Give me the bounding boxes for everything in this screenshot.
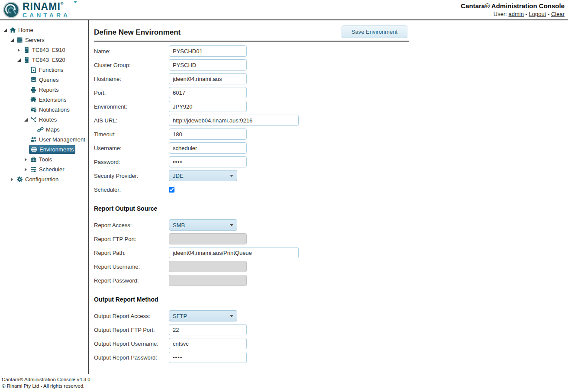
logo-triangle-accent-icon bbox=[74, 1, 77, 5]
sidebar-item-label: Queries bbox=[39, 77, 59, 83]
logo-primary-text: RINAMI bbox=[23, 1, 61, 12]
main-content: Define New Environment Save Environment … bbox=[89, 20, 568, 374]
report-username-label: Report Username: bbox=[94, 263, 169, 270]
server-icon bbox=[23, 47, 31, 54]
form-row: Name: bbox=[94, 44, 409, 58]
tree-collapse-icon[interactable] bbox=[25, 158, 29, 161]
output-report-password-input[interactable] bbox=[169, 352, 247, 363]
sidebar-item-label: Reports bbox=[39, 87, 59, 93]
ais-url-label: AIS URL: bbox=[94, 117, 169, 124]
sidebar-item-user-management[interactable]: User Management bbox=[0, 135, 88, 145]
timeout-label: Timeout: bbox=[94, 131, 169, 138]
output-report-access-label: Output Report Access: bbox=[94, 313, 169, 319]
separator: - bbox=[548, 11, 549, 17]
sidebar-item-queries[interactable]: Queries bbox=[0, 75, 88, 85]
selected-option-label: SFTP bbox=[173, 313, 187, 319]
sidebar-item-label: TC843_E920 bbox=[32, 57, 65, 63]
sidebar-item-label: Home bbox=[18, 27, 33, 33]
environment-input[interactable] bbox=[169, 101, 247, 112]
sidebar-item-notifications[interactable]: Notifications bbox=[0, 105, 88, 115]
sidebar-item-label: Configuration bbox=[25, 176, 58, 183]
clear-link[interactable]: Clear bbox=[551, 11, 565, 17]
sidebar-item-scheduler[interactable]: Scheduler bbox=[0, 164, 88, 174]
name-label: Name: bbox=[94, 48, 169, 55]
user-name-link[interactable]: admin bbox=[509, 11, 524, 17]
form-row: Scheduler: bbox=[94, 183, 409, 196]
chevron-down-icon bbox=[230, 224, 233, 228]
separator: - bbox=[526, 11, 527, 17]
scheduler-checkbox[interactable] bbox=[169, 187, 174, 193]
sidebar-item-label: TC843_E910 bbox=[32, 47, 65, 53]
user-label: User: bbox=[494, 11, 507, 17]
form-row: Username: bbox=[94, 141, 409, 155]
section-heading-report-output-source: Report Output Source bbox=[94, 205, 409, 212]
form-row: Output Report FTP Port: bbox=[94, 323, 409, 337]
form-row: Cluster Group: bbox=[94, 58, 409, 72]
sidebar-item-label: Scheduler bbox=[39, 166, 65, 173]
timeout-input[interactable] bbox=[169, 129, 247, 140]
selected-option-label: SMB bbox=[173, 222, 185, 228]
home-icon bbox=[10, 27, 17, 34]
logout-link[interactable]: Logout bbox=[529, 11, 546, 17]
sidebar-item-servers[interactable]: Servers bbox=[0, 35, 88, 45]
password-input[interactable] bbox=[169, 156, 247, 167]
sidebar-item-maps[interactable]: Maps bbox=[0, 125, 88, 135]
sidebar-item-reports[interactable]: Reports bbox=[0, 85, 88, 95]
form-row: Report Path: bbox=[94, 246, 409, 260]
save-environment-button[interactable]: Save Environment bbox=[342, 26, 407, 38]
sidebar-item-environments[interactable]: Environments bbox=[0, 145, 88, 154]
username-input[interactable] bbox=[169, 142, 247, 154]
section-heading-output-report-method: Output Report Method bbox=[94, 296, 409, 303]
cluster-group-input[interactable] bbox=[169, 59, 247, 71]
globe-icon bbox=[31, 146, 38, 153]
sidebar-item-functions[interactable]: Functions bbox=[0, 65, 88, 75]
sidebar-item-configuration[interactable]: Configuration bbox=[0, 174, 88, 184]
port-input[interactable] bbox=[169, 87, 247, 98]
report-path-input[interactable] bbox=[169, 247, 299, 258]
hostname-label: Hostname: bbox=[94, 76, 169, 82]
sidebar-item-label: User Management bbox=[39, 136, 85, 143]
sidebar-item-label: Routes bbox=[39, 116, 57, 123]
security-provider-label: Security Provider: bbox=[94, 173, 169, 179]
reports-icon bbox=[30, 87, 38, 93]
tree-expand-icon[interactable] bbox=[3, 29, 7, 32]
sidebar-item-home[interactable]: Home bbox=[0, 25, 88, 35]
server-icon bbox=[23, 57, 31, 64]
form-row: AIS URL: bbox=[94, 113, 409, 127]
notifications-icon bbox=[30, 106, 38, 113]
report-access-select[interactable]: SMB bbox=[169, 219, 237, 231]
tree-collapse-icon[interactable] bbox=[25, 168, 29, 171]
user-management-icon bbox=[30, 136, 38, 143]
security-provider-select[interactable]: JDE bbox=[169, 170, 237, 181]
sidebar-item-label: Servers bbox=[25, 37, 45, 43]
hostname-input[interactable] bbox=[169, 73, 247, 84]
tree-expand-icon[interactable] bbox=[24, 118, 28, 122]
name-input[interactable] bbox=[169, 45, 247, 57]
chevron-down-icon bbox=[230, 315, 233, 319]
tree-expand-icon[interactable] bbox=[10, 39, 14, 42]
footer-copyright: © Rinami Pty Ltd - All rights reserved. bbox=[2, 383, 568, 389]
output-report-ftp-port-input[interactable] bbox=[169, 324, 247, 335]
report-password-input bbox=[169, 275, 247, 286]
sidebar-item-routes[interactable]: Routes bbox=[0, 115, 88, 125]
report-ftp-port-input bbox=[169, 233, 247, 244]
sidebar-item-label: Notifications bbox=[39, 106, 70, 113]
form-row: Report Access:SMB bbox=[94, 218, 409, 232]
tree-expand-icon[interactable] bbox=[17, 58, 21, 62]
tree-collapse-icon[interactable] bbox=[18, 48, 22, 52]
servers-icon bbox=[16, 37, 24, 44]
user-bar: User: admin - Logout - Clear bbox=[461, 10, 565, 18]
sidebar-item-tc843-e910[interactable]: TC843_E910 bbox=[0, 45, 88, 55]
functions-icon bbox=[30, 67, 38, 74]
sidebar-item-extensions[interactable]: Extensions bbox=[0, 95, 88, 105]
sidebar-item-tc843-e920[interactable]: TC843_E920 bbox=[0, 55, 88, 65]
output-report-access-select[interactable]: SFTP bbox=[169, 310, 237, 321]
sidebar-item-tools[interactable]: Tools bbox=[0, 154, 88, 164]
ais-url-input[interactable] bbox=[169, 115, 299, 126]
gear-icon bbox=[16, 176, 24, 183]
tree-collapse-icon[interactable] bbox=[11, 178, 15, 181]
port-label: Port: bbox=[94, 90, 169, 96]
scheduler-icon bbox=[30, 166, 38, 173]
output-report-username-input[interactable] bbox=[169, 338, 247, 349]
password-label: Password: bbox=[94, 159, 169, 165]
